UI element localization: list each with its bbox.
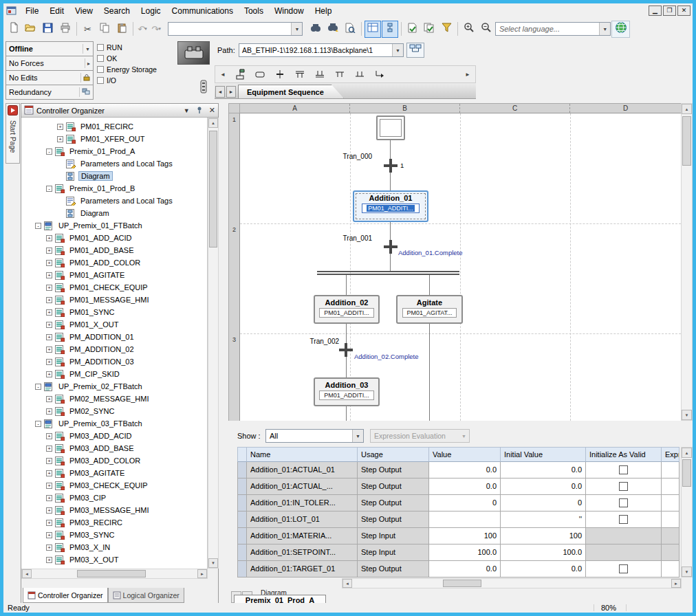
row-selector[interactable] <box>237 478 247 495</box>
sfc-selection-converge-icon[interactable] <box>352 68 367 80</box>
expand-icon[interactable]: + <box>46 396 52 402</box>
start-page-tab[interactable]: Start Page <box>6 103 20 164</box>
toggle-sfc-window-button[interactable] <box>382 21 398 38</box>
cell-initial-value[interactable]: 100 <box>501 528 586 544</box>
expand-icon[interactable]: + <box>46 272 52 278</box>
tree-item[interactable]: +PM03_SYNC <box>21 529 207 541</box>
cell-initialize-as-valid[interactable] <box>586 561 662 578</box>
undo-button[interactable]: ↶▼ <box>136 21 149 38</box>
step-tag[interactable]: PM01_ADDITI... <box>319 390 373 400</box>
cell-value[interactable]: 100 <box>429 528 501 544</box>
browse-network-button[interactable] <box>406 43 424 58</box>
status-checkbox[interactable] <box>97 77 104 84</box>
sfc-transition-label[interactable]: Tran_001 <box>336 234 372 242</box>
tree-item[interactable]: -Premix_01_Prod_A <box>21 145 207 157</box>
row-selector[interactable] <box>237 528 247 544</box>
pane-splitter[interactable] <box>228 421 693 426</box>
cell-initial-value[interactable]: 0.0 <box>501 478 586 495</box>
cell-value[interactable]: 100.0 <box>429 544 501 561</box>
initialize-checkbox[interactable] <box>619 482 628 491</box>
cell-initialize-as-valid[interactable] <box>586 495 662 512</box>
expand-icon[interactable]: + <box>46 532 52 538</box>
logical-organizer-tab[interactable]: Logical Organizer <box>108 588 184 603</box>
toggle-tag-window-button[interactable] <box>365 21 381 38</box>
cell-value[interactable] <box>429 512 501 528</box>
paste-button[interactable] <box>113 21 130 38</box>
sfc-transition-condition[interactable]: Addition_01.Complete <box>398 249 462 256</box>
expand-icon[interactable]: + <box>46 359 52 365</box>
redo-button[interactable]: ↷▼ <box>150 21 163 38</box>
language-select[interactable]: Select language... ▼ <box>495 22 611 36</box>
expand-icon[interactable]: + <box>46 322 52 328</box>
tree-item[interactable]: +PM01_MESSAGE_HMI <box>21 294 207 306</box>
expand-icon[interactable]: + <box>46 309 52 316</box>
chevron-down-icon[interactable]: ▼ <box>291 23 302 35</box>
sfc-canvas[interactable]: Tran_000 1 Addition_01 PM01_ADDITI... Tr… <box>240 113 681 421</box>
initialize-checkbox[interactable] <box>619 564 628 573</box>
cell-value[interactable]: 0.0 <box>429 462 501 478</box>
sfc-simultaneous-branch[interactable] <box>317 271 459 272</box>
scroll-left-button[interactable]: ◄ <box>22 569 32 578</box>
cell-value[interactable]: 0.0 <box>429 561 501 578</box>
tree-item[interactable]: +PM01_CHECK_EQUIP <box>21 281 207 294</box>
menu-item-help[interactable]: Help <box>309 5 338 17</box>
collapse-icon[interactable]: - <box>35 384 41 390</box>
cell-value[interactable]: 0 <box>429 495 501 512</box>
expand-icon[interactable]: + <box>57 124 63 130</box>
expand-icon[interactable]: + <box>46 446 52 452</box>
tab-equipment-sequence[interactable]: Equipment Sequence <box>238 85 344 98</box>
organizer-menu-icon[interactable]: ▼ <box>184 107 190 114</box>
find-in-routines-button[interactable] <box>342 21 358 38</box>
tree-item[interactable]: Diagram <box>21 170 207 182</box>
language-config-button[interactable] <box>611 21 630 38</box>
scroll-left-button[interactable]: ◄ <box>342 579 352 588</box>
tree-item[interactable]: +PM03_RECIRC <box>21 516 207 529</box>
expand-icon[interactable]: + <box>46 433 52 439</box>
scrollbar-thumb[interactable] <box>682 116 691 166</box>
sfc-step-addition-01[interactable]: Addition_01 PM01_ADDITI... <box>353 190 428 222</box>
tree-item[interactable]: +PM02_SYNC <box>21 405 207 417</box>
collapse-icon[interactable]: - <box>46 186 52 192</box>
expand-icon[interactable]: + <box>46 483 52 489</box>
organizer-vertical-scrollbar[interactable]: ▲ ▼ <box>208 118 219 569</box>
sfc-simultaneous-diverge-icon[interactable] <box>292 68 307 80</box>
sfc-toolbar-scroll-left-button[interactable]: ◄ <box>218 68 228 80</box>
table-header-expre[interactable]: Expre <box>662 447 679 462</box>
tree-item[interactable]: +PM03_ADD_ACID <box>21 430 207 442</box>
print-button[interactable] <box>57 21 74 38</box>
menu-item-search[interactable]: Search <box>98 5 135 17</box>
tree-item[interactable]: +PM03_CHECK_EQUIP <box>21 479 207 492</box>
status-checkbox[interactable] <box>97 44 104 51</box>
sfc-step-icon[interactable] <box>252 68 268 80</box>
quick-search-combo[interactable]: ▼ <box>168 22 303 36</box>
filter-button[interactable] <box>438 21 455 38</box>
restore-button[interactable]: ❐ <box>663 6 676 16</box>
zoom-out-button[interactable] <box>478 21 494 38</box>
expand-icon[interactable]: + <box>46 371 52 377</box>
verify-button[interactable] <box>404 21 421 38</box>
zoom-in-button[interactable] <box>461 21 477 38</box>
step-tag[interactable]: PM01_ADDITI... <box>362 204 420 213</box>
menu-item-view[interactable]: View <box>69 5 98 17</box>
cell-initialize-as-valid[interactable] <box>586 462 662 478</box>
row-selector[interactable] <box>237 495 247 512</box>
forces-dropdown-icon[interactable]: ▸ <box>87 60 90 67</box>
edits-box[interactable]: No Edits <box>6 70 94 85</box>
tree-item[interactable]: +PM01_RECIRC <box>21 120 207 133</box>
tree-item[interactable]: +PM01_ADD_COLOR <box>21 256 207 269</box>
tree-item[interactable]: +PM_ADDITION_03 <box>21 355 207 368</box>
controller-organizer-tab[interactable]: Controller Organizer <box>23 588 108 603</box>
sfc-step-transition-icon[interactable] <box>232 68 248 80</box>
tree-item[interactable]: +PM03_X_OUT <box>21 553 207 566</box>
expand-icon[interactable]: + <box>46 557 52 563</box>
scroll-down-button[interactable]: ▼ <box>682 566 692 577</box>
sfc-transition-label[interactable]: Tran_000 <box>336 153 372 160</box>
expand-icon[interactable]: + <box>46 458 52 464</box>
row-selector[interactable] <box>237 544 247 561</box>
row-selector[interactable] <box>237 561 247 578</box>
open-button[interactable] <box>23 21 39 38</box>
tree-item[interactable]: +PM01_ADD_BASE <box>21 244 207 256</box>
minimize-button[interactable]: ▁ <box>649 6 662 16</box>
scrollbar-thumb[interactable] <box>209 131 217 248</box>
cell-initialize-as-valid[interactable] <box>586 478 662 495</box>
